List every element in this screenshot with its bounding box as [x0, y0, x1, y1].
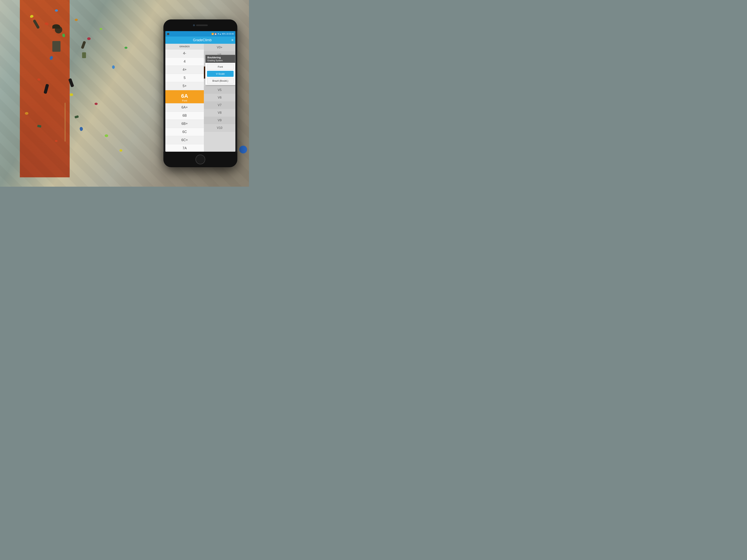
vscale-item[interactable]: V9 [204, 117, 235, 124]
vscale-item[interactable]: V10 [204, 124, 235, 132]
home-button[interactable] [196, 155, 205, 164]
popup-title: Bouldering [205, 55, 235, 59]
font-system-button[interactable]: Font [207, 64, 234, 70]
vscale-item[interactable]: V7 [204, 102, 235, 109]
vscale-item[interactable]: V5 [204, 86, 235, 94]
status-bar: ⬛ 📶 ⏰ ▼▲ 46% 19:33:40 [165, 31, 235, 36]
grade-item[interactable]: 5+ [165, 82, 204, 90]
menu-icon[interactable]: ≡ [231, 38, 233, 42]
app-icon-small: ⬛ [167, 33, 169, 35]
grade-item[interactable]: 6C [165, 128, 204, 136]
grade-item[interactable]: 4+ [165, 66, 204, 74]
grade-item[interactable]: 6A+ [165, 103, 204, 112]
vscale-item[interactable]: V8 [204, 109, 235, 117]
app-title: GradeClimb [173, 38, 231, 42]
grades-column[interactable]: GRADES 4- 4 4+ 5 5+ 6A Font 6A+ 6B 6B+ 6… [165, 44, 204, 152]
phone-top-bezel [163, 20, 237, 31]
grade-item[interactable]: 6C+ [165, 136, 204, 144]
popup-subtitle: Grading System [205, 59, 235, 63]
grade-item-active[interactable]: 6A Font [165, 90, 204, 103]
phone-bottom-bezel [163, 152, 237, 167]
phone-device: ⬛ 📶 ⏰ ▼▲ 46% 19:33:40 GradeClimb ≡ [163, 20, 237, 167]
phone-screen: ⬛ 📶 ⏰ ▼▲ 46% 19:33:40 GradeClimb ≡ [165, 31, 235, 152]
grade-item[interactable]: 7A [165, 144, 204, 152]
grades-column-header: GRADES [165, 44, 204, 49]
content-area: GRADES 4- 4 4+ 5 5+ 6A Font 6A+ 6B 6B+ 6… [165, 44, 235, 152]
phone-speaker [196, 25, 208, 26]
app-header: GradeClimb ≡ [165, 36, 235, 44]
grade-item[interactable]: 4- [165, 49, 204, 58]
time-display: 19:33:40 [226, 33, 234, 35]
front-camera [193, 24, 195, 26]
bluetooth-icon: 📶 [211, 33, 214, 35]
battery-percent: 46% [222, 33, 226, 35]
vscale-system-button[interactable]: V-Scale [207, 71, 234, 77]
alarm-icon: ⏰ [214, 33, 217, 35]
status-left-icons: ⬛ [167, 33, 169, 35]
vscale-item[interactable]: V6 [204, 94, 235, 102]
wifi-icon: ▼▲ [217, 33, 221, 35]
grade-sublabel: Font [165, 99, 204, 102]
grade-item[interactable]: 5 [165, 74, 204, 82]
vscale-item[interactable]: V0+ [204, 44, 235, 51]
grade-item[interactable]: 6B [165, 112, 204, 120]
grading-system-popup: Bouldering Grading System Font V-Scale B… [205, 55, 235, 85]
grade-item[interactable]: 4 [165, 58, 204, 66]
brazil-system-button[interactable]: Brazil (Bould.) [207, 78, 234, 84]
grade-item[interactable]: 6B+ [165, 120, 204, 128]
status-right-info: 📶 ⏰ ▼▲ 46% 19:33:40 [211, 33, 234, 35]
